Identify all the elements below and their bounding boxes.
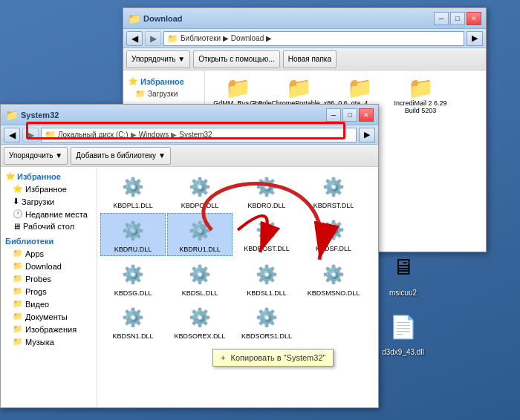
file-name: KBDPO.DLL (181, 202, 219, 209)
libraries-header[interactable]: Библиотеки (1, 235, 97, 247)
system32-sidebar: ⭐ Избранное ⭐ Избранное ⬇ Загрузки 🕐 Нед… (1, 167, 97, 407)
folder-icon: 📁 (225, 76, 251, 100)
go-button[interactable]: ▶ (359, 128, 375, 142)
sidebar-item-docs[interactable]: 📁 Документы (1, 310, 97, 323)
address-system32: System32 (179, 131, 212, 139)
d3dx9-icon: 📄 (384, 307, 423, 346)
sidebar-item-recent[interactable]: 🕐 Недавние места (1, 208, 97, 220)
dll-icon: ⚙️ (118, 216, 148, 246)
file-name: KBDRO.DLL (247, 202, 285, 209)
list-item-selected-1[interactable]: ⚙️ KBDRU.DLL (100, 213, 166, 256)
address-local-disk: Локальный диск (C:) (58, 131, 129, 139)
list-item[interactable]: ⚙️ KBDROST.DLL (234, 213, 299, 256)
msicuu2-icon: 🖥 (384, 248, 423, 286)
dll-icon: ⚙️ (185, 303, 215, 332)
list-item[interactable]: ⚙️ KBDPO.DLL (167, 170, 233, 211)
file-name: KBDSMSNO.DLL (308, 289, 360, 297)
sidebar-item-favorites[interactable]: ⭐ Избранное (1, 183, 97, 195)
dll-icon: ⚙️ (252, 260, 282, 289)
d3dx9-label: d3dx9_43.dll (382, 348, 424, 357)
folder-icon-s4: 📁 (13, 286, 23, 296)
list-item[interactable]: 📁 IncrediMail 2 6.29 Build 5203 (391, 73, 450, 117)
folder-icon-s2: 📁 (13, 261, 23, 271)
file-name: KBDSN1.DLL (112, 332, 153, 340)
download-titlebar[interactable]: 📁 Download ─ □ ✕ (123, 8, 486, 29)
folder-small-icon: 📁 (45, 130, 56, 140)
list-item[interactable]: ⚙️ KBDSN1.DLL (100, 301, 166, 342)
list-item[interactable]: ⚙️ KBDSMSNO.DLL (301, 257, 366, 299)
folder-icon: 📁 (408, 76, 434, 100)
folder-icon-s8: 📁 (13, 337, 23, 347)
sidebar-item-desktop[interactable]: 🖥 Рабочий стол (1, 220, 97, 232)
folder-icon-title: 📁 (5, 109, 18, 121)
sidebar-item-images[interactable]: 📁 Изображения (1, 323, 97, 335)
close-button[interactable]: ✕ (467, 12, 481, 25)
sidebar-item-probes[interactable]: 📁 Probes (1, 272, 97, 285)
system32-nav-bar: ◀ ▶ 📁 Локальный диск (C:) ▶ Windows ▶ Sy… (1, 125, 378, 145)
organize-button[interactable]: Упорядочить ▼ (4, 147, 68, 165)
sidebar-item-download[interactable]: 📁 Download (1, 260, 97, 272)
new-folder-button[interactable]: Новая папка (283, 50, 337, 68)
system32-titlebar[interactable]: 📁 System32 ─ □ ✕ (1, 105, 378, 125)
sidebar-item-music[interactable]: 📁 Музыка (1, 335, 97, 348)
file-name: KBDSL.DLL (182, 289, 218, 297)
recent-icon: 🕐 (13, 209, 23, 219)
download-icon: ⬇ (13, 197, 19, 206)
download-nav-bar: ◀ ▶ 📁 Библиотеки ▶ Download ▶ ▶ (123, 29, 486, 48)
list-item-selected-2[interactable]: ⚙️ KBDRU1.DLL (167, 213, 233, 256)
sidebar-favorites-header[interactable]: ⭐ Избранное (123, 75, 204, 88)
dll-icon: ⚙️ (319, 172, 348, 202)
list-item[interactable]: ⚙️ KBDSG.DLL (100, 257, 166, 299)
dll-icon: ⚙️ (319, 260, 348, 289)
list-item[interactable]: ⚙️ KBDRST.DLL (301, 170, 366, 211)
list-item[interactable]: ⚙️ KBDSF.DLL (301, 213, 366, 256)
close-button[interactable]: ✕ (359, 108, 374, 122)
system32-title: System32 (21, 111, 326, 119)
list-item[interactable]: ⚙️ KBDPL1.DLL (100, 170, 166, 211)
sidebar-item-progs[interactable]: 📁 Progs (1, 285, 97, 298)
organize-button[interactable]: Упорядочить ▼ (126, 50, 190, 68)
folder-icon-s6: 📁 (13, 312, 23, 321)
open-with-button[interactable]: Открыть с помощью... (193, 50, 280, 68)
favorites-header[interactable]: ⭐ Избранное (1, 170, 97, 183)
sidebar-favorites-section: ⭐ Избранное ⭐ Избранное ⬇ Загрузки 🕐 Нед… (1, 170, 97, 232)
file-name: KBDSG.DLL (114, 289, 152, 297)
address-windows: Windows (139, 131, 169, 139)
forward-button[interactable]: ▶ (22, 128, 39, 142)
sidebar-downloads-item[interactable]: 📁 Загрузки (123, 88, 204, 100)
dll-icon: ⚙️ (252, 303, 282, 332)
list-item[interactable]: ⚙️ KBDSOREX.DLL (167, 301, 233, 342)
add-to-library-button[interactable]: Добавить в библиотеку ▼ (71, 147, 171, 165)
back-button[interactable]: ◀ (126, 31, 143, 46)
download-toolbar: Упорядочить ▼ Открыть с помощью... Новая… (123, 48, 486, 70)
folder-icon-s: 📁 (13, 249, 23, 258)
go-button[interactable]: ▶ (467, 31, 483, 46)
folder-icon: 📁 (286, 76, 312, 100)
list-item[interactable]: ⚙️ KBDSL.DLL (167, 257, 233, 299)
system32-address-bar[interactable]: 📁 Локальный диск (C:) ▶ Windows ▶ System… (41, 128, 357, 142)
system32-file-grid: ⚙️ KBDPL1.DLL ⚙️ KBDPO.DLL ⚙️ KBDRO.DLL … (97, 167, 378, 407)
minimize-button[interactable]: ─ (326, 108, 341, 122)
list-item[interactable]: ⚙️ KBDRO.DLL (234, 170, 299, 211)
sidebar-libraries-section: Библиотеки 📁 Apps 📁 Download 📁 Probes 📁 … (1, 235, 97, 348)
download-folder-icon: 📁 (135, 89, 146, 99)
minimize-button[interactable]: ─ (434, 12, 449, 25)
dll-icon: ⚙️ (319, 215, 348, 245)
download-address-bar[interactable]: 📁 Библиотеки ▶ Download ▶ (163, 31, 464, 46)
copy-icon: + (221, 353, 225, 362)
maximize-button[interactable]: □ (342, 108, 357, 122)
forward-button[interactable]: ▶ (145, 31, 161, 46)
back-button[interactable]: ◀ (4, 128, 20, 142)
sidebar-item-downloads[interactable]: ⬇ Загрузки (1, 195, 97, 208)
sidebar-item-video[interactable]: 📁 Видео (1, 298, 97, 310)
list-item[interactable]: ⚙️ KBDSORS1.DLL (234, 301, 299, 342)
maximize-button[interactable]: □ (450, 12, 465, 25)
system32-content: ⭐ Избранное ⭐ Избранное ⬇ Загрузки 🕐 Нед… (1, 167, 378, 407)
star-icon: ⭐ (5, 171, 16, 181)
sidebar-item-apps[interactable]: 📁 Apps (1, 247, 97, 260)
dll-icon: ⚙️ (118, 303, 148, 332)
folder-icon-s3: 📁 (13, 274, 23, 283)
dll-icon: ⚙️ (185, 216, 215, 246)
list-item[interactable]: ⚙️ KBDSL1.DLL (234, 257, 299, 299)
star-icon: ⭐ (128, 76, 138, 86)
